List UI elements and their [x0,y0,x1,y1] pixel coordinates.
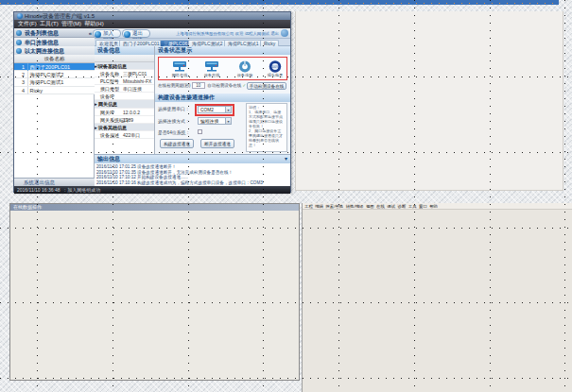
svg-text:100%: 100% [271,65,279,69]
